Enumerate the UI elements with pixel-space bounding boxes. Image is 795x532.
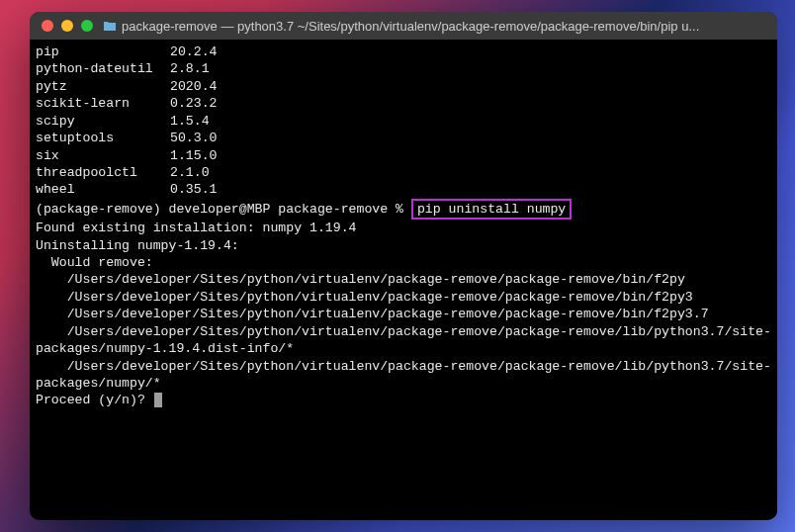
package-version: 50.3.0 xyxy=(170,130,217,146)
window-title: package-remove — python3.7 ~/Sites/pytho… xyxy=(122,19,765,34)
maximize-icon[interactable] xyxy=(81,20,93,32)
package-name: pip xyxy=(36,44,170,60)
output-path: /Users/developer/Sites/python/virtualenv… xyxy=(36,306,771,322)
package-name: wheel xyxy=(36,181,170,198)
package-row: scipy1.5.4 xyxy=(36,113,771,130)
proceed-prompt: Proceed (y/n)? xyxy=(36,393,153,407)
prompt-cwd: package-remove xyxy=(278,202,388,217)
output-path: /Users/developer/Sites/python/virtualenv… xyxy=(36,323,771,358)
package-row: setuptools50.3.0 xyxy=(36,130,771,146)
output-line: Would remove: xyxy=(36,254,771,271)
output-path: /Users/developer/Sites/python/virtualenv… xyxy=(36,358,771,393)
package-name: pytz xyxy=(36,78,170,95)
prompt-symbol: % xyxy=(396,202,403,217)
prompt-userhost: developer@MBP xyxy=(169,202,271,217)
package-row: pytz2020.4 xyxy=(36,78,771,95)
package-row: threadpoolctl2.1.0 xyxy=(36,164,771,181)
package-name: scipy xyxy=(36,113,170,130)
cursor-icon xyxy=(154,393,162,407)
titlebar: package-remove — python3.7 ~/Sites/pytho… xyxy=(30,12,777,40)
terminal-window: package-remove — python3.7 ~/Sites/pytho… xyxy=(30,12,777,520)
output-path: /Users/developer/Sites/python/virtualenv… xyxy=(36,289,771,306)
package-row: pip20.2.4 xyxy=(36,44,771,60)
package-row: wheel0.35.1 xyxy=(36,181,771,198)
package-row: python-dateutil2.8.1 xyxy=(36,60,771,77)
package-name: scikit-learn xyxy=(36,95,170,112)
output-line: Found existing installation: numpy 1.19.… xyxy=(36,220,771,236)
package-version: 20.2.4 xyxy=(170,44,217,60)
package-version: 1.5.4 xyxy=(170,113,210,130)
close-icon[interactable] xyxy=(42,20,53,32)
package-version: 2.1.0 xyxy=(170,164,210,181)
package-name: six xyxy=(36,147,170,164)
package-version: 2.8.1 xyxy=(170,60,210,77)
package-version: 0.23.2 xyxy=(170,95,217,112)
highlighted-command: pip uninstall numpy xyxy=(411,199,572,220)
package-name: python-dateutil xyxy=(36,60,170,77)
output-line: Uninstalling numpy-1.19.4: xyxy=(36,237,771,254)
output-path: /Users/developer/Sites/python/virtualenv… xyxy=(36,271,771,288)
traffic-lights xyxy=(42,20,93,32)
package-name: threadpoolctl xyxy=(36,164,170,181)
prompt-line: (package-remove) developer@MBP package-r… xyxy=(36,199,771,220)
minimize-icon[interactable] xyxy=(61,20,73,32)
terminal-content[interactable]: pip20.2.4python-dateutil2.8.1pytz2020.4s… xyxy=(30,40,777,520)
prompt-env: (package-remove) xyxy=(36,202,161,217)
package-version: 2020.4 xyxy=(170,78,217,95)
package-version: 1.15.0 xyxy=(170,147,217,164)
folder-icon xyxy=(103,21,117,32)
package-name: setuptools xyxy=(36,130,170,146)
package-row: six1.15.0 xyxy=(36,147,771,164)
package-version: 0.35.1 xyxy=(170,181,217,198)
package-row: scikit-learn0.23.2 xyxy=(36,95,771,112)
